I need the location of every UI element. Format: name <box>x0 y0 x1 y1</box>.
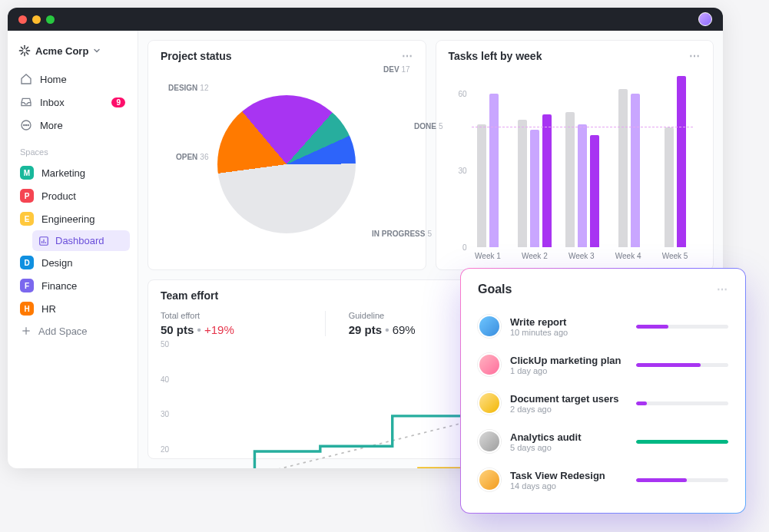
nav-home-label: Home <box>40 74 67 85</box>
bar <box>665 127 674 247</box>
goal-time: 1 day ago <box>510 366 627 375</box>
card-title: Team effort <box>161 289 218 302</box>
y-tick: 60 <box>458 90 466 98</box>
bar-group <box>613 68 645 247</box>
space-label: Finance <box>41 280 77 292</box>
nav-more-label: More <box>40 120 63 131</box>
goal-time: 2 days ago <box>510 405 627 414</box>
x-label: Week 2 <box>518 252 551 260</box>
goal-title: Task View Redesign <box>510 470 627 481</box>
goal-row[interactable]: Write report 10 minutes ago <box>478 307 728 345</box>
x-label: Week 3 <box>565 252 598 260</box>
svg-line-4 <box>21 47 23 49</box>
project-status-card: Project status ⋯ DEV17DONE5IN PROGRESS5O… <box>148 40 426 270</box>
space-item-finance[interactable]: FFinance <box>15 274 130 297</box>
y-tick: 30 <box>161 410 169 418</box>
goal-row[interactable]: Task View Redesign 14 days ago <box>478 461 728 499</box>
goal-title: Document target users <box>510 393 627 405</box>
org-logo-icon <box>18 45 31 57</box>
nav-inbox-label: Inbox <box>40 97 65 108</box>
goal-progress <box>636 440 728 444</box>
bar <box>677 76 686 247</box>
goals-menu-button[interactable]: ⋯ <box>717 283 728 296</box>
window-controls <box>18 15 55 24</box>
card-menu-button[interactable]: ⋯ <box>402 50 413 62</box>
goal-avatar <box>478 315 501 338</box>
maximize-window-button[interactable] <box>46 15 55 24</box>
tasks-left-card: Tasks left by week ⋯ 03060 Week 1Week 2W… <box>436 40 714 270</box>
goal-avatar <box>478 353 501 376</box>
user-avatar[interactable] <box>698 12 712 26</box>
sidebar: Acme Corp Home Inbox 9 More Spaces MMark… <box>8 31 138 468</box>
goal-row[interactable]: ClickUp marketing plan 1 day ago <box>478 345 728 384</box>
space-badge: H <box>20 302 34 316</box>
bar-group <box>472 68 504 247</box>
x-label: Week 1 <box>472 252 505 260</box>
nav-inbox[interactable]: Inbox 9 <box>15 91 130 114</box>
space-item-engineering[interactable]: EEngineering <box>15 207 130 230</box>
bar <box>618 89 628 247</box>
goal-progress <box>636 478 728 482</box>
pie-label-design: DESIGN12 <box>168 84 208 92</box>
metric-value: 50 pts • +19% <box>161 323 310 336</box>
dashboard-subitem[interactable]: Dashboard <box>32 230 130 251</box>
bar <box>489 94 499 247</box>
nav-home[interactable]: Home <box>15 68 130 91</box>
goal-title: Analytics audit <box>510 431 627 443</box>
inbox-icon <box>20 96 32 108</box>
space-label: Product <box>41 190 76 202</box>
x-label: Week 5 <box>658 252 691 260</box>
space-badge: P <box>20 189 34 203</box>
space-item-design[interactable]: DDesign <box>15 251 130 274</box>
space-label: Engineering <box>41 213 94 225</box>
svg-line-6 <box>21 52 23 55</box>
y-tick: 50 <box>161 340 169 349</box>
goal-row[interactable]: Analytics audit 5 days ago <box>478 422 728 461</box>
space-badge: E <box>20 212 34 226</box>
add-space-button[interactable]: Add Space <box>15 320 130 342</box>
goal-title: Write report <box>510 316 627 328</box>
pie-label-done: DONE5 <box>414 122 443 131</box>
y-tick: 0 <box>462 243 467 252</box>
dashboard-label: Dashboard <box>55 235 104 246</box>
chevron-down-icon <box>93 47 101 55</box>
x-label: Week 4 <box>612 252 645 260</box>
more-icon <box>20 119 32 131</box>
space-item-product[interactable]: PProduct <box>15 184 130 207</box>
card-menu-button[interactable]: ⋯ <box>689 50 701 62</box>
card-title: Tasks left by week <box>449 50 542 62</box>
bar <box>565 112 575 247</box>
bar <box>578 124 587 247</box>
dashboard-icon <box>38 236 49 246</box>
nav-more[interactable]: More <box>15 114 130 137</box>
metric-total-effort: Total effort 50 pts • +19% <box>161 311 326 336</box>
bar <box>530 130 539 247</box>
bar-group <box>659 68 691 247</box>
space-label: Design <box>41 257 72 269</box>
bar <box>631 94 640 247</box>
y-tick: 30 <box>458 167 466 175</box>
pie-label-in-progress: IN PROGRESS5 <box>372 230 432 238</box>
org-switcher[interactable]: Acme Corp <box>15 40 130 61</box>
space-badge: M <box>20 166 34 180</box>
metric-label: Total effort <box>161 311 310 320</box>
svg-point-11 <box>28 124 28 125</box>
close-window-button[interactable] <box>18 15 27 24</box>
plus-icon <box>20 325 32 337</box>
tasks-left-bar-chart: 03060 <box>449 68 701 247</box>
y-tick: 20 <box>161 445 169 454</box>
home-icon <box>20 73 32 85</box>
goal-row[interactable]: Document target users 2 days ago <box>478 384 728 422</box>
goal-time: 5 days ago <box>510 443 627 452</box>
bar-group <box>565 68 599 247</box>
bar <box>590 135 599 247</box>
space-item-marketing[interactable]: MMarketing <box>15 161 130 184</box>
goal-progress <box>636 325 728 329</box>
goal-title: ClickUp marketing plan <box>510 355 627 366</box>
svg-line-7 <box>26 47 28 49</box>
bar-group <box>518 68 552 247</box>
goal-avatar <box>478 392 501 415</box>
pie-label-dev: DEV17 <box>383 65 410 74</box>
space-item-hr[interactable]: HHR <box>15 297 130 320</box>
minimize-window-button[interactable] <box>32 15 41 24</box>
